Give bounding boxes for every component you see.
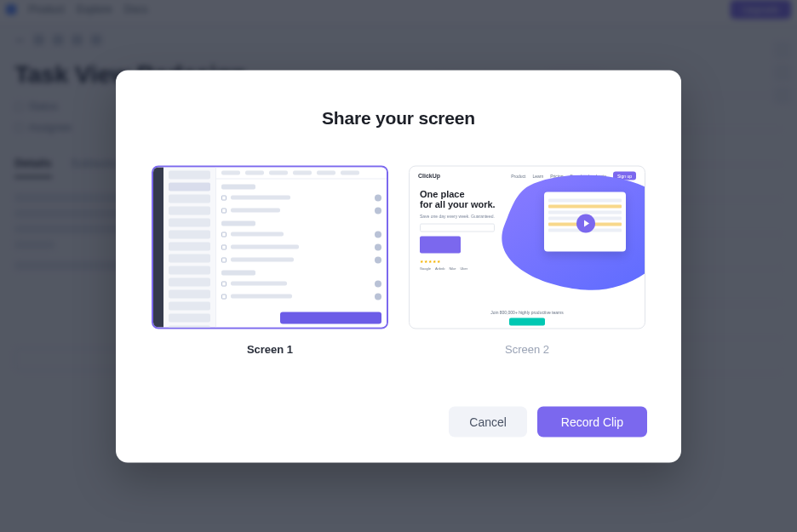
screen-picker: Screen 1 ClickUp Product Learn Pricing D…	[150, 165, 647, 355]
tagline: Join 800,000+ highly productive teams	[410, 309, 645, 314]
screen-1-thumbnail	[152, 165, 388, 329]
screen-2-label: Screen 2	[505, 342, 549, 355]
preview-brand: ClickUp	[418, 173, 440, 179]
cancel-button[interactable]: Cancel	[449, 406, 527, 437]
hero-line-1: One place	[420, 188, 496, 199]
share-screen-modal: Share your screen	[116, 70, 681, 462]
preview-footer-btn	[509, 317, 545, 325]
hero-line-2: for all your work.	[420, 199, 496, 210]
screen-1-label: Screen 1	[247, 342, 293, 355]
hero-email-input	[420, 223, 495, 232]
rating-stars: ★★★★★	[420, 258, 496, 263]
screen-2-thumbnail: ClickUp Product Learn Pricing Download L…	[409, 165, 645, 329]
screen-option-1[interactable]: Screen 1	[152, 165, 388, 355]
hero-sub: Save one day every week. Guaranteed.	[420, 213, 496, 218]
modal-footer: Cancel Record Clip	[150, 406, 647, 437]
screen-option-2[interactable]: ClickUp Product Learn Pricing Download L…	[409, 165, 645, 355]
modal-title: Share your screen	[150, 107, 647, 128]
record-clip-button[interactable]: Record Clip	[537, 406, 647, 437]
play-icon	[576, 214, 595, 232]
hero-cta	[420, 236, 461, 253]
